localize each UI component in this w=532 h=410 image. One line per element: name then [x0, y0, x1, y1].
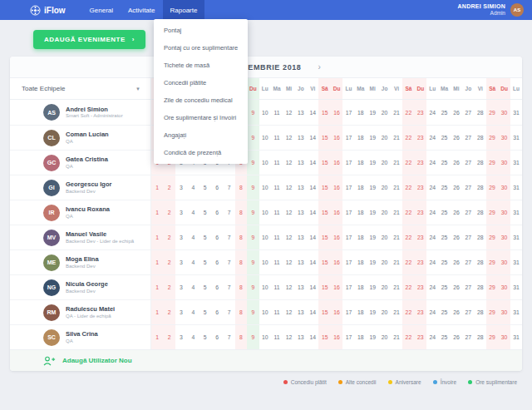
day-cell[interactable]: 5 [200, 275, 211, 299]
day-cell[interactable]: 20 [378, 126, 390, 150]
day-cell[interactable]: 16 [331, 126, 342, 150]
day-cell[interactable]: 15 [318, 175, 330, 200]
dropdown-item[interactable]: Tichete de masă [154, 57, 248, 74]
day-cell[interactable]: 28 [475, 200, 486, 225]
day-cell[interactable]: 23 [415, 325, 426, 349]
day-cell[interactable]: 20 [378, 275, 390, 299]
day-cell[interactable]: 16 [331, 325, 342, 349]
day-cell[interactable]: 25 [438, 100, 450, 125]
day-cell[interactable]: 3 [175, 175, 187, 200]
day-cell[interactable]: 29 [486, 250, 498, 274]
day-cell[interactable]: 20 [378, 325, 390, 349]
day-cell[interactable]: 22 [402, 151, 414, 175]
day-cell[interactable]: 15 [318, 325, 330, 349]
day-cell[interactable]: 21 [391, 175, 402, 200]
day-cell[interactable]: 31 [510, 325, 522, 349]
day-cell[interactable]: 31 [510, 175, 522, 200]
day-cell[interactable]: 31 [510, 275, 522, 299]
day-cell[interactable]: 19 [367, 151, 378, 175]
day-cell[interactable]: 9 [247, 275, 259, 299]
day-cell[interactable]: 25 [438, 175, 450, 200]
day-cell[interactable]: 10 [259, 300, 271, 324]
day-cell[interactable]: 7 [223, 200, 234, 225]
day-cell[interactable]: 14 [307, 175, 318, 200]
day-cell[interactable]: 26 [451, 175, 462, 200]
day-cell[interactable]: 11 [271, 175, 283, 200]
day-cell[interactable]: 5 [200, 225, 211, 249]
day-cell[interactable]: 25 [438, 325, 450, 349]
day-cell[interactable]: 26 [451, 300, 462, 324]
day-cell[interactable]: 22 [402, 126, 414, 150]
day-cell[interactable]: 20 [378, 175, 390, 200]
day-cell[interactable]: 13 [295, 325, 307, 349]
day-cell[interactable]: 12 [283, 250, 294, 274]
employee-info[interactable]: CLComan LucianQA [10, 126, 151, 150]
day-cell[interactable]: 16 [331, 175, 342, 200]
day-cell[interactable]: 10 [259, 250, 271, 274]
day-cell[interactable]: 15 [318, 300, 330, 324]
day-cell[interactable]: 1 [151, 325, 163, 349]
day-cell[interactable]: 11 [271, 200, 283, 225]
day-cell[interactable]: 16 [331, 225, 342, 249]
employee-info[interactable]: NGNicula GeorgeBackend Dev [10, 275, 151, 299]
day-cell[interactable]: 27 [462, 126, 474, 150]
day-cell[interactable]: 28 [475, 250, 486, 274]
day-cell[interactable]: 27 [462, 200, 474, 225]
day-cell[interactable]: 25 [438, 126, 450, 150]
day-cell[interactable]: 20 [378, 225, 390, 249]
day-cell[interactable]: 8 [235, 250, 247, 274]
day-cell[interactable]: 16 [331, 200, 342, 225]
nav-item-general[interactable]: General [82, 0, 121, 20]
day-cell[interactable]: 8 [235, 225, 247, 249]
day-cell[interactable]: 17 [342, 151, 354, 175]
day-cell[interactable]: 22 [402, 250, 414, 274]
day-cell[interactable]: 8 [235, 275, 247, 299]
day-cell[interactable]: 13 [295, 250, 307, 274]
day-cell[interactable]: 13 [295, 275, 307, 299]
day-cell[interactable]: 26 [451, 275, 462, 299]
day-cell[interactable]: 11 [271, 225, 283, 249]
day-cell[interactable]: 10 [259, 126, 271, 150]
day-cell[interactable]: 13 [295, 225, 307, 249]
day-cell[interactable]: 17 [342, 275, 354, 299]
day-cell[interactable]: 28 [475, 275, 486, 299]
day-cell[interactable]: 4 [187, 225, 199, 249]
day-cell[interactable]: 21 [391, 200, 402, 225]
day-cell[interactable]: 1 [151, 275, 163, 299]
day-cell[interactable]: 19 [367, 200, 378, 225]
day-cell[interactable]: 10 [259, 200, 271, 225]
dropdown-item[interactable]: Concedii plătite [154, 74, 248, 91]
day-cell[interactable]: 24 [426, 175, 438, 200]
day-cell[interactable]: 23 [415, 225, 426, 249]
day-cell[interactable]: 18 [355, 175, 367, 200]
employee-info[interactable]: GIGeorgescu IgorBackend Dev [10, 175, 151, 200]
day-cell[interactable]: 18 [355, 325, 367, 349]
day-cell[interactable]: 13 [295, 126, 307, 150]
day-cell[interactable]: 14 [307, 126, 318, 150]
day-cell[interactable]: 30 [498, 200, 510, 225]
day-cell[interactable]: 16 [331, 300, 342, 324]
day-cell[interactable]: 11 [271, 151, 283, 175]
day-cell[interactable]: 28 [475, 126, 486, 150]
day-cell[interactable]: 26 [451, 100, 462, 125]
employee-info[interactable]: GCGatea CristinaQA [10, 151, 151, 175]
day-cell[interactable]: 19 [367, 250, 378, 274]
day-cell[interactable]: 14 [307, 151, 318, 175]
day-cell[interactable]: 27 [462, 275, 474, 299]
nav-item-activitate[interactable]: Activitate [121, 0, 162, 20]
day-cell[interactable]: 28 [475, 175, 486, 200]
day-cell[interactable]: 28 [475, 100, 486, 125]
day-cell[interactable]: 6 [211, 175, 223, 200]
day-cell[interactable]: 8 [235, 325, 247, 349]
day-cell[interactable]: 19 [367, 275, 378, 299]
day-cell[interactable]: 12 [283, 325, 294, 349]
day-cell[interactable]: 2 [163, 325, 175, 349]
day-cell[interactable]: 31 [510, 126, 522, 150]
day-cell[interactable]: 31 [510, 225, 522, 249]
day-cell[interactable]: 26 [451, 250, 462, 274]
day-cell[interactable]: 2 [163, 200, 175, 225]
day-cell[interactable]: 17 [342, 250, 354, 274]
day-cell[interactable]: 2 [163, 250, 175, 274]
day-cell[interactable]: 24 [426, 275, 438, 299]
day-cell[interactable]: 10 [259, 325, 271, 349]
